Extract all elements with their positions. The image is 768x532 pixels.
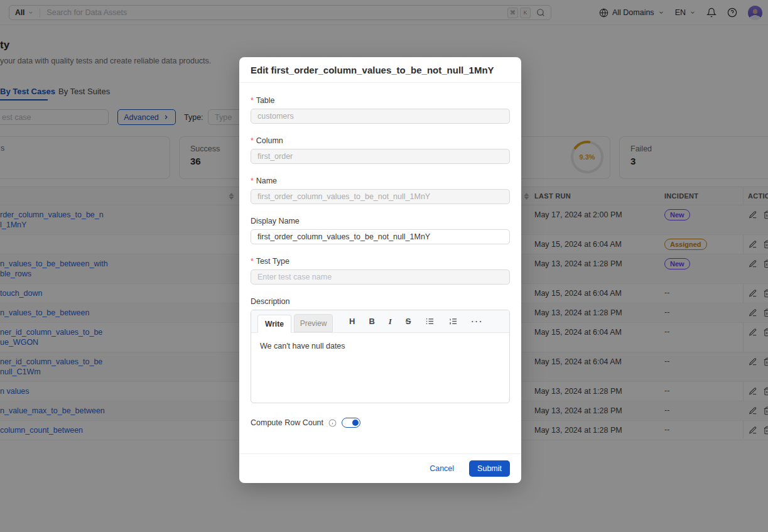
bold-icon[interactable]: B [369, 317, 374, 325]
heading-icon[interactable]: H [349, 317, 355, 325]
editor-format-icons: H B I S ··· [349, 310, 484, 332]
table-field-input: customers [251, 109, 510, 124]
name-field-value: first_order_column_values_to_be_not_null… [257, 192, 430, 201]
bullet-list-icon[interactable] [425, 317, 435, 326]
field-display-name: Display Name first_order_column_values_t… [251, 216, 510, 244]
compute-row-count-label: Compute Row Count [251, 418, 323, 427]
modal-footer: Cancel Submit [239, 453, 521, 483]
description-field-label: Description [251, 296, 510, 307]
numbered-list-icon[interactable] [448, 317, 458, 326]
test-type-field-input: Enter test case name [251, 269, 510, 285]
display-name-field-input[interactable]: first_order_column_values_to_be_not_null… [251, 229, 510, 244]
table-field-label: Table [251, 95, 510, 106]
field-table: Table customers [251, 95, 510, 124]
cancel-button[interactable]: Cancel [430, 464, 454, 473]
description-editor: Write Preview H B I S ··· We can't have … [251, 310, 510, 403]
info-icon [328, 419, 337, 427]
description-text[interactable]: We can't have null dates [251, 333, 509, 360]
strikethrough-icon[interactable]: S [406, 317, 411, 325]
modal-title: Edit first_order_column_values_to_be_not… [251, 65, 494, 75]
display-name-field-value: first_order_column_values_to_be_not_null… [257, 232, 430, 241]
compute-row-count-toggle[interactable] [342, 418, 360, 428]
field-description: Description Write Preview H B I S ··· [251, 296, 510, 403]
submit-button[interactable]: Submit [469, 460, 510, 477]
toggle-knob [352, 420, 359, 426]
column-field-input: first_order [251, 149, 510, 164]
modal-body: Table customers Column first_order Name … [239, 83, 521, 453]
modal-header: Edit first_order_column_values_to_be_not… [239, 57, 521, 83]
more-formats-icon[interactable]: ··· [472, 317, 484, 325]
display-name-field-label: Display Name [251, 216, 510, 226]
name-field-label: Name [251, 176, 510, 186]
editor-tab-preview[interactable]: Preview [294, 314, 333, 332]
field-name: Name first_order_column_values_to_be_not… [251, 176, 510, 204]
test-type-field-label: Test Type [251, 256, 510, 266]
test-type-placeholder: Enter test case name [257, 273, 332, 281]
name-field-input: first_order_column_values_to_be_not_null… [251, 189, 510, 204]
edit-test-case-modal: Edit first_order_column_values_to_be_not… [239, 57, 521, 483]
column-field-value: first_order [257, 152, 293, 161]
italic-icon[interactable]: I [389, 317, 392, 325]
editor-toolbar: Write Preview H B I S ··· [251, 310, 509, 333]
table-field-value: customers [257, 112, 294, 121]
field-test-type: Test Type Enter test case name [251, 256, 510, 285]
field-column: Column first_order [251, 136, 510, 164]
column-field-label: Column [251, 136, 510, 146]
app-screen: All Search for Data Assets ⌘ K All Domai… [0, 0, 768, 532]
compute-row-count-row: Compute Row Count [251, 418, 510, 428]
editor-tab-write[interactable]: Write [257, 315, 291, 333]
